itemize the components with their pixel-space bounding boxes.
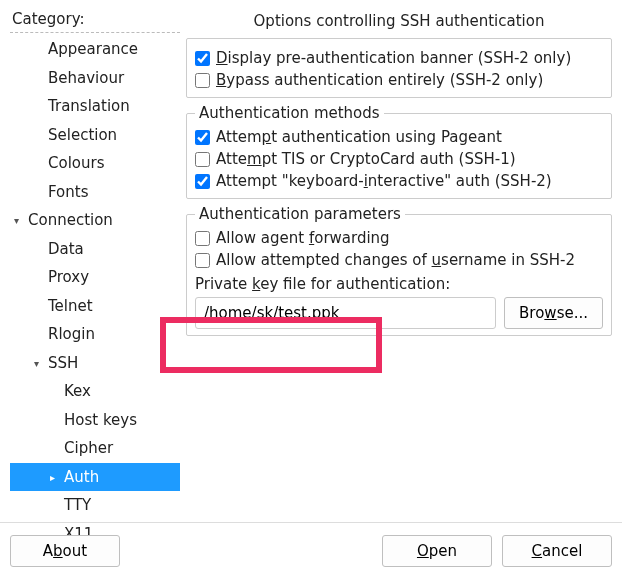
tree-item-label: Translation [48,97,130,115]
tree-item-label: Kex [64,382,91,400]
private-key-input[interactable] [195,297,496,329]
checkbox-agent-forwarding[interactable]: Allow agent forwarding [195,227,603,249]
tree-item-appearance[interactable]: Appearance [10,35,180,64]
browse-button[interactable]: Browse... [504,297,603,329]
tree-item-label: TTY [64,496,91,514]
checkbox-change-username-label: Allow attempted changes of username in S… [216,251,575,269]
tree-item-label: Appearance [48,40,138,58]
tree-item-connection[interactable]: ▾Connection [10,206,180,235]
tree-item-label: Behaviour [48,69,124,87]
tree-item-label: Host keys [64,411,137,429]
tree-item-host-keys[interactable]: Host keys [10,406,180,435]
settings-panel: Options controlling SSH authentication D… [180,8,612,510]
checkbox-pageant[interactable]: Attempt authentication using Pageant [195,126,603,148]
tree-item-cipher[interactable]: Cipher [10,434,180,463]
group-banner: Display pre-authentication banner (SSH-2… [186,38,612,98]
tree-item-telnet[interactable]: Telnet [10,292,180,321]
checkbox-keyboard-interactive-input[interactable] [195,174,210,189]
tree-item-translation[interactable]: Translation [10,92,180,121]
open-button[interactable]: Open [382,535,492,567]
cancel-button[interactable]: Cancel [502,535,612,567]
tree-item-label: SSH [48,354,78,372]
tree-item-behaviour[interactable]: Behaviour [10,64,180,93]
checkbox-tis[interactable]: Attempt TIS or CryptoCard auth (SSH-1) [195,148,603,170]
checkbox-pageant-label: Attempt authentication using Pageant [216,128,502,146]
category-tree: AppearanceBehaviourTranslationSelectionC… [10,32,180,548]
group-auth-methods: Authentication methods Attempt authentic… [186,104,612,199]
tree-item-label: Auth [64,468,99,486]
category-label: Category: [10,8,180,32]
tree-item-data[interactable]: Data [10,235,180,264]
checkbox-tis-label: Attempt TIS or CryptoCard auth (SSH-1) [216,150,516,168]
tree-item-label: Connection [28,211,113,229]
checkbox-bypass-auth-input[interactable] [195,73,210,88]
checkbox-display-banner[interactable]: Display pre-authentication banner (SSH-2… [195,47,603,69]
tree-item-rlogin[interactable]: Rlogin [10,320,180,349]
tree-item-label: Fonts [48,183,88,201]
expander-icon: ▾ [14,213,28,228]
tree-item-ssh[interactable]: ▾SSH [10,349,180,378]
tree-item-proxy[interactable]: Proxy [10,263,180,292]
tree-item-kex[interactable]: Kex [10,377,180,406]
tree-item-label: Selection [48,126,117,144]
group-auth-methods-title: Authentication methods [195,104,384,122]
checkbox-agent-forwarding-input[interactable] [195,231,210,246]
group-auth-params-title: Authentication parameters [195,205,405,223]
checkbox-agent-forwarding-label: Allow agent forwarding [216,229,390,247]
tree-item-tty[interactable]: TTY [10,491,180,520]
checkbox-keyboard-interactive-label: Attempt "keyboard-interactive" auth (SSH… [216,172,552,190]
checkbox-bypass-auth[interactable]: Bypass authentication entirely (SSH-2 on… [195,69,603,91]
private-key-label: Private key file for authentication: [195,271,603,295]
tree-item-colours[interactable]: Colours [10,149,180,178]
about-button[interactable]: About [10,535,120,567]
tree-item-label: Data [48,240,84,258]
panel-title: Options controlling SSH authentication [186,8,612,38]
checkbox-change-username-input[interactable] [195,253,210,268]
tree-item-label: Cipher [64,439,113,457]
tree-item-label: Telnet [48,297,93,315]
tree-item-label: Proxy [48,268,89,286]
tree-item-label: Rlogin [48,325,95,343]
checkbox-keyboard-interactive[interactable]: Attempt "keyboard-interactive" auth (SSH… [195,170,603,192]
group-auth-params: Authentication parameters Allow agent fo… [186,205,612,336]
expander-icon: ▸ [50,470,64,485]
tree-item-selection[interactable]: Selection [10,121,180,150]
checkbox-display-banner-label: Display pre-authentication banner (SSH-2… [216,49,571,67]
checkbox-bypass-auth-label: Bypass authentication entirely (SSH-2 on… [216,71,543,89]
expander-icon: ▾ [34,356,48,371]
tree-item-fonts[interactable]: Fonts [10,178,180,207]
category-sidebar: Category: AppearanceBehaviourTranslation… [10,8,180,510]
dialog-footer: About Open Cancel [0,522,622,583]
checkbox-display-banner-input[interactable] [195,51,210,66]
tree-item-label: Colours [48,154,104,172]
checkbox-pageant-input[interactable] [195,130,210,145]
checkbox-change-username[interactable]: Allow attempted changes of username in S… [195,249,603,271]
tree-item-auth[interactable]: ▸Auth [10,463,180,492]
checkbox-tis-input[interactable] [195,152,210,167]
